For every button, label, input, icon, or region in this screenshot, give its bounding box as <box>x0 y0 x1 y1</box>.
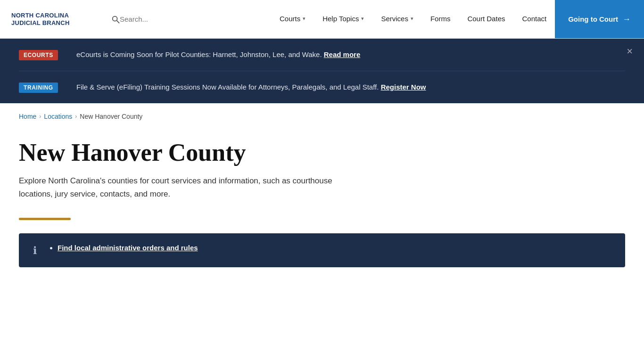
training-badge: TRAINING <box>19 82 58 93</box>
breadcrumb: Home › Locations › New Hanover County <box>0 103 644 124</box>
site-header: NORTH CAROLINA JUDICIAL BRANCH Courts ▾ … <box>0 0 644 39</box>
announcement-training: TRAINING File & Serve (eFiling) Training… <box>19 71 625 103</box>
svg-line-1 <box>117 20 119 23</box>
nav-item-help-topics[interactable]: Help Topics ▾ <box>314 0 372 38</box>
admin-orders-link[interactable]: Find local administrative orders and rul… <box>58 244 198 252</box>
search-input[interactable] <box>120 15 186 23</box>
info-icon: ℹ <box>33 245 46 257</box>
site-logo: NORTH CAROLINA JUDICIAL BRANCH <box>11 12 70 26</box>
training-register-link[interactable]: Register Now <box>381 83 426 91</box>
nav-item-forms[interactable]: Forms <box>422 0 459 38</box>
page-description: Explore North Carolina's counties for co… <box>19 174 349 201</box>
nav-item-services[interactable]: Services ▾ <box>372 0 422 38</box>
ecourts-badge: ECOURTS <box>19 50 58 60</box>
close-button[interactable]: × <box>627 46 633 57</box>
going-to-court-button[interactable]: Going to Court → <box>555 0 644 38</box>
breadcrumb-current: New Hanover County <box>80 113 142 120</box>
chevron-down-icon: ▾ <box>361 16 364 22</box>
breadcrumb-chevron-1: › <box>39 113 41 120</box>
arrow-icon: → <box>623 15 631 24</box>
search-icon[interactable] <box>111 15 120 24</box>
page-main: New Hanover County Explore North Carolin… <box>0 124 644 267</box>
training-announcement-text: File & Serve (eFiling) Training Sessions… <box>76 82 426 93</box>
ecourts-read-more-link[interactable]: Read more <box>324 50 361 58</box>
logo-area[interactable]: NORTH CAROLINA JUDICIAL BRANCH <box>0 12 104 26</box>
training-badge-area: TRAINING <box>19 82 61 93</box>
page-title: New Hanover County <box>19 139 625 166</box>
announcement-banner: × ECOURTS eCourts is Coming Soon for Pil… <box>0 39 644 103</box>
divider-bar <box>19 218 71 220</box>
info-card-content: Find local administrative orders and rul… <box>56 244 198 254</box>
search-area <box>111 15 186 24</box>
info-card: ℹ Find local administrative orders and r… <box>19 233 625 267</box>
breadcrumb-home[interactable]: Home <box>19 113 36 120</box>
main-nav: Courts ▾ Help Topics ▾ Services ▾ Forms … <box>271 0 644 38</box>
ecourts-announcement-text: eCourts is Coming Soon for Pilot Countie… <box>76 49 360 60</box>
breadcrumb-chevron-2: › <box>75 113 77 120</box>
nav-item-contact[interactable]: Contact <box>513 0 555 38</box>
chevron-down-icon: ▾ <box>303 16 305 22</box>
breadcrumb-locations[interactable]: Locations <box>44 113 72 120</box>
nav-item-court-dates[interactable]: Court Dates <box>459 0 513 38</box>
announcement-ecourts: ECOURTS eCourts is Coming Soon for Pilot… <box>19 39 625 71</box>
nav-item-courts[interactable]: Courts ▾ <box>271 0 314 38</box>
ecourts-badge-area: ECOURTS <box>19 50 61 60</box>
svg-point-0 <box>113 16 117 21</box>
chevron-down-icon: ▾ <box>411 16 413 22</box>
